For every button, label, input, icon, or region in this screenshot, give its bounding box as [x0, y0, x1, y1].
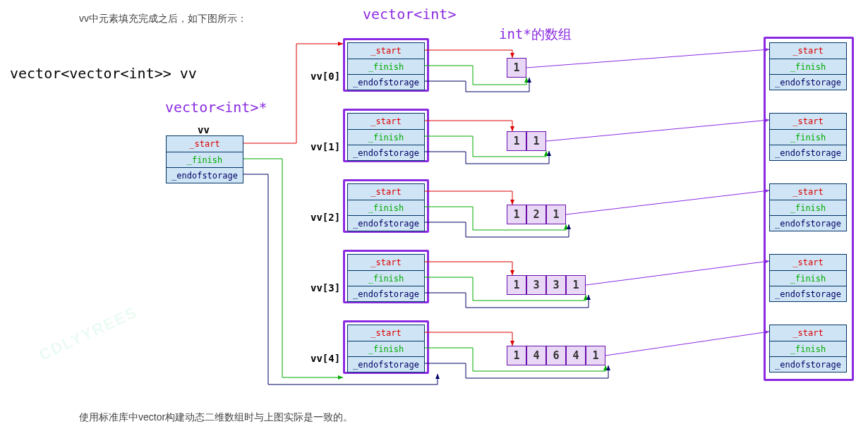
idx-vv2: vv[2]: [311, 212, 340, 223]
cell-2-0: 1: [507, 205, 526, 224]
vv2-box: _start _finish _endofstorage: [347, 183, 425, 231]
vv0-end: _endofstorage: [348, 74, 424, 90]
vv1-finish: _finish: [348, 129, 424, 145]
vv0-start: _start: [348, 43, 424, 59]
label-vector-int-ptr: vector<int>*: [165, 99, 267, 116]
cell-2-2: 1: [546, 205, 566, 224]
r1-finish: _finish: [770, 129, 846, 145]
vv1-end: _endofstorage: [348, 145, 424, 160]
vv-start: _start: [167, 136, 243, 152]
vv0-box: _start _finish _endofstorage: [347, 42, 425, 90]
right-box-2: _start _finish _endofstorage: [769, 183, 847, 231]
r1-end: _endofstorage: [770, 145, 846, 160]
r2-end: _endofstorage: [770, 215, 846, 231]
idx-vv0: vv[0]: [311, 71, 340, 82]
cell-4-1: 4: [526, 346, 546, 365]
r0-end: _endofstorage: [770, 74, 846, 90]
vv-struct-box: _start _finish _endofstorage: [166, 135, 243, 183]
cell-3-3: 1: [566, 275, 586, 295]
cell-3-2: 3: [546, 275, 566, 295]
vv0-finish: _finish: [348, 59, 424, 74]
caption-bottom: 使用标准库中vector构建动态二维数组时与上图实际是一致的。: [79, 411, 353, 424]
vv2-finish: _finish: [348, 200, 424, 215]
vv2-start: _start: [348, 184, 424, 200]
vv-finish: _finish: [167, 152, 243, 167]
vv1-start: _start: [348, 114, 424, 129]
vv4-finish: _finish: [348, 341, 424, 356]
r3-start: _start: [770, 255, 846, 270]
vv4-end: _endofstorage: [348, 356, 424, 372]
watermark-icon: CDLYYREES: [37, 303, 140, 364]
r0-start: _start: [770, 43, 846, 59]
cell-1-1: 1: [526, 131, 546, 151]
caption-top: vv中元素填充完成之后，如下图所示：: [79, 13, 247, 25]
cell-3-0: 1: [507, 275, 526, 295]
right-box-4: _start _finish _endofstorage: [769, 325, 847, 373]
label-vector-vector-int: vector<vector<int>> vv: [10, 65, 197, 82]
r2-start: _start: [770, 184, 846, 200]
idx-vv1: vv[1]: [311, 141, 340, 152]
r4-finish: _finish: [770, 341, 846, 356]
cell-4-4: 1: [586, 346, 605, 365]
vv-endofstorage: _endofstorage: [167, 167, 243, 183]
vv3-end: _endofstorage: [348, 286, 424, 301]
vv1-box: _start _finish _endofstorage: [347, 113, 425, 161]
label-vector-int: vector<int>: [363, 6, 456, 23]
vv3-finish: _finish: [348, 270, 424, 286]
r0-finish: _finish: [770, 59, 846, 74]
vv3-box: _start _finish _endofstorage: [347, 254, 425, 302]
cell-4-2: 6: [546, 346, 566, 365]
cell-3-1: 3: [526, 275, 546, 295]
cell-4-3: 4: [566, 346, 586, 365]
r3-finish: _finish: [770, 270, 846, 286]
r4-end: _endofstorage: [770, 356, 846, 372]
vv-title: vv: [198, 124, 210, 135]
idx-vv4: vv[4]: [311, 353, 340, 364]
idx-vv3: vv[3]: [311, 282, 340, 293]
right-box-0: _start _finish _endofstorage: [769, 42, 847, 90]
right-box-3: _start _finish _endofstorage: [769, 254, 847, 302]
r4-start: _start: [770, 325, 846, 341]
vv3-start: _start: [348, 255, 424, 270]
label-int-array: int*的数组: [499, 25, 572, 44]
right-box-1: _start _finish _endofstorage: [769, 113, 847, 161]
vv4-start: _start: [348, 325, 424, 341]
cell-2-1: 2: [526, 205, 546, 224]
r1-start: _start: [770, 114, 846, 129]
cell-0-0: 1: [507, 58, 526, 78]
vv4-box: _start _finish _endofstorage: [347, 325, 425, 373]
r2-finish: _finish: [770, 200, 846, 215]
r3-end: _endofstorage: [770, 286, 846, 301]
cell-1-0: 1: [507, 131, 526, 151]
vv2-end: _endofstorage: [348, 215, 424, 231]
cell-4-0: 1: [507, 346, 526, 365]
